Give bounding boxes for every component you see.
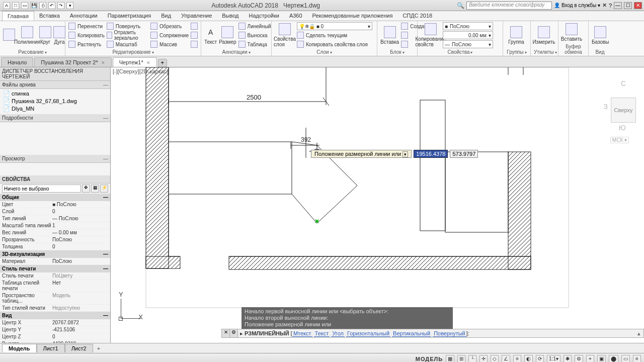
selection-dropdown[interactable]	[2, 185, 81, 193]
tab-start[interactable]: Начало	[1, 57, 33, 67]
cmd-recent-icon[interactable]: ▴	[634, 330, 643, 337]
panel-block-label[interactable]: Блок	[380, 48, 414, 55]
tab-featured[interactable]: Рекомендованные приложения	[307, 11, 398, 21]
panel-annot-label[interactable]: Аннотации	[204, 48, 268, 55]
circle-button[interactable]: Круг	[39, 22, 51, 48]
leader-button[interactable]: Выноска	[238, 31, 271, 39]
close-tab-icon[interactable]: ✕	[146, 60, 150, 65]
modelspace-button[interactable]: МОДЕЛЬ	[416, 356, 443, 362]
print-icon[interactable]: ⎙	[39, 2, 46, 9]
panel-layers-label[interactable]: Слои	[275, 48, 374, 55]
make-current-button[interactable]: Сделать текущим	[297, 31, 374, 39]
archive-header[interactable]: Файлы архива—	[0, 81, 110, 89]
tab-parametric[interactable]: Параметризация	[103, 11, 156, 21]
tooltip-y-value[interactable]: 573.9797	[450, 150, 478, 158]
annoscale-dropdown[interactable]: 1:1 ▾	[547, 355, 560, 363]
ltype-dropdown[interactable]: — ПоСлою▾	[443, 40, 493, 48]
cmd-close-icon[interactable]: ✕	[222, 329, 230, 337]
hardware-accel-icon[interactable]: ⬤	[609, 355, 618, 363]
opt-horiz[interactable]: Горизонтальный	[346, 330, 390, 337]
rotate-button[interactable]: Повернуть	[107, 22, 148, 30]
workspace-icon[interactable]: ⚙	[575, 355, 583, 363]
customize-icon[interactable]: ≡	[633, 355, 641, 363]
opt-angle[interactable]: Угол	[331, 330, 345, 337]
tab-home[interactable]: Главная	[2, 11, 34, 21]
cmd-options-icon[interactable]: ⚙	[230, 329, 238, 337]
prop-lweight[interactable]: — 0.00 мм	[52, 230, 108, 235]
cat-3dviz[interactable]: 3D-визуализация—	[0, 250, 110, 258]
polyline-button[interactable]: Полилиния	[17, 22, 37, 48]
prop-ltscale[interactable]: 1	[52, 223, 108, 228]
dimension-button[interactable]: Размер	[219, 22, 236, 48]
clean-screen-icon[interactable]: ▭	[621, 355, 630, 363]
fillet-button[interactable]: Сопряжение	[150, 31, 189, 39]
layer-props-button[interactable]: Свойства слоя	[275, 22, 295, 48]
tab-insert[interactable]: Вставка	[34, 11, 65, 21]
help-icon[interactable]: ?	[609, 3, 612, 9]
osnap-icon[interactable]: ◇	[491, 355, 499, 363]
line-button[interactable]	[3, 22, 15, 48]
linear-dim-button[interactable]: Линейный	[238, 22, 271, 30]
prop-layer[interactable]: 0	[52, 209, 108, 214]
table-button[interactable]: Таблица	[238, 40, 271, 48]
search-input[interactable]: Введите ключевое слово/фразу	[466, 2, 552, 10]
add-layout-icon[interactable]: +	[93, 344, 104, 352]
tab-annotate[interactable]: Аннотации	[65, 11, 103, 21]
paste-button[interactable]: Вставить	[561, 22, 582, 43]
command-line[interactable]: ✕ ⚙ ▸ РЗМЛИНЕЙНЫЙ [Мтекст Текст Угол Гор…	[221, 329, 644, 338]
cat-plot[interactable]: Стиль печати—	[0, 265, 110, 273]
isolate-icon[interactable]: ▣	[597, 355, 606, 363]
modify-extra-icon[interactable]	[191, 22, 198, 30]
cat-general[interactable]: Общие—	[0, 194, 110, 201]
opt-text[interactable]: Текст	[314, 330, 330, 337]
details-header[interactable]: Подробности—	[0, 114, 110, 122]
prop-ltype[interactable]: — ПоСлою	[52, 216, 108, 221]
close-tab-icon[interactable]: ✕	[101, 60, 105, 65]
close-icon[interactable]: ✕	[634, 2, 642, 9]
open-icon[interactable]: ▭	[21, 2, 28, 9]
cycling-icon[interactable]: ⟳	[536, 355, 544, 363]
grid-icon[interactable]: ▦	[446, 355, 454, 363]
qat-dropdown-icon[interactable]: ▾	[66, 2, 73, 9]
login-button[interactable]: 👤 Вход в службы ▾	[554, 3, 600, 8]
panel-draw-label[interactable]: Рисование	[3, 48, 62, 55]
copy-layer-props-button[interactable]: Копировать свойства слоя	[297, 40, 374, 48]
tab-layout-2[interactable]: Лист2	[65, 344, 93, 352]
annotation-visibility-icon[interactable]: ✱	[564, 355, 572, 363]
trim-button[interactable]: Обрезать	[150, 22, 189, 30]
tab-a360[interactable]: A360	[284, 11, 307, 21]
file-item[interactable]: 📄 Пушкина 32_67,68_1.dwg	[3, 98, 107, 105]
prop-material[interactable]: ПоСлою	[52, 258, 108, 264]
ortho-icon[interactable]: └	[468, 355, 476, 363]
tab-doc-2[interactable]: Чертеж1*✕	[113, 57, 157, 67]
panel-util-label[interactable]: Утилиты	[534, 48, 555, 55]
tooltip-x-input[interactable]: 19516.4378	[414, 150, 448, 158]
file-item[interactable]: 📄 Dlya_MN	[3, 105, 107, 113]
prop-thick[interactable]: 0	[52, 244, 108, 249]
undo-icon[interactable]: ↶	[48, 2, 55, 9]
measure-button[interactable]: Измерить	[534, 22, 554, 48]
text-button[interactable]: AТекст	[204, 22, 217, 48]
prop-color[interactable]: ■ ПоСлою	[52, 202, 108, 207]
app-menu-icon[interactable]: A	[3, 2, 10, 9]
mirror-button[interactable]: Отразить зеркально	[107, 31, 148, 39]
tab-output[interactable]: Вывод	[217, 11, 244, 21]
polar-icon[interactable]: ✛	[479, 355, 488, 363]
search-icon[interactable]: 🔍	[457, 2, 464, 9]
tab-doc-1[interactable]: Пушкина 32 Проект 2*✕	[34, 57, 111, 67]
panel-props-label[interactable]: Свойства	[421, 48, 500, 55]
add-tab-icon[interactable]: +	[158, 59, 167, 67]
stretch-button[interactable]: Растянуть	[68, 40, 105, 48]
scale-button[interactable]: Масштаб	[107, 40, 148, 48]
opt-mtext[interactable]: Мтекст	[292, 330, 312, 337]
tab-view[interactable]: Вид	[156, 11, 176, 21]
tab-addins[interactable]: Надстройки	[244, 11, 284, 21]
opt-rot[interactable]: Повернутый	[433, 330, 466, 337]
move-button[interactable]: Перенести	[68, 22, 105, 30]
otrack-icon[interactable]: ∠	[502, 355, 510, 363]
layer-dropdown[interactable]: 💡❄🔒 ■ 0 ▾	[297, 22, 372, 30]
annotation-monitor-icon[interactable]: +	[586, 355, 594, 363]
snap-icon[interactable]: ⊞	[457, 355, 465, 363]
panel-modify-label[interactable]: Редактирование	[68, 48, 198, 55]
preview-header[interactable]: Просмотр—	[0, 155, 110, 163]
